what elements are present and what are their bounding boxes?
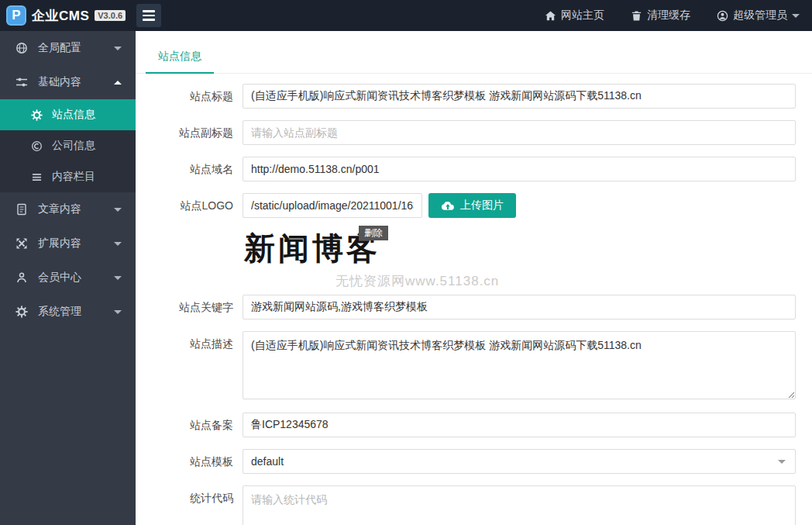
- site-subtitle-label: 站点副标题: [136, 120, 243, 145]
- sidebar: 全局配置 基础内容 站点信息: [0, 31, 136, 525]
- chevron-down-icon: [114, 276, 122, 280]
- chevron-down-icon: [114, 47, 122, 50]
- sidebar-item-basic-content[interactable]: 基础内容: [0, 65, 136, 99]
- site-home-label: 网站主页: [561, 9, 604, 22]
- site-description-textarea[interactable]: (自适应手机版)响应式新闻资讯技术博客织梦模板 游戏新闻网站源码下载51138.…: [243, 331, 796, 399]
- copyright-icon: [31, 140, 43, 152]
- watermark-text: 无忧资源网www.51138.cn: [335, 272, 569, 290]
- form-row: 站点LOGO 上传图片: [136, 193, 796, 218]
- app-window: P 企业CMS V3.0.6 网站主页 清理缓存 超级管理员: [0, 0, 812, 525]
- form-row: 站点域名: [136, 157, 796, 181]
- upload-image-button[interactable]: 上传图片: [428, 193, 516, 218]
- version-badge: V3.0.6: [95, 10, 126, 21]
- tab-site-info[interactable]: 站点信息: [146, 45, 214, 74]
- site-home-link[interactable]: 网站主页: [545, 9, 604, 22]
- sidebar-toggle-button[interactable]: [136, 4, 161, 27]
- site-logo-label: 站点LOGO: [136, 193, 243, 218]
- sidebar-item-site-info[interactable]: 站点信息: [0, 99, 136, 130]
- sidebar-item-label: 站点信息: [52, 108, 95, 122]
- site-icp-label: 站点备案: [136, 413, 243, 437]
- list-icon: [31, 171, 43, 183]
- gear-icon: [31, 109, 43, 121]
- topbar-menu: 网站主页 清理缓存 超级管理员: [545, 9, 812, 22]
- main-content: 站点信息 站点标题 站点副标题 站点域名: [136, 31, 812, 525]
- form-row: 站点标题: [136, 84, 796, 109]
- site-keywords-label: 站点关键字: [136, 295, 243, 319]
- sidebar-item-label: 全局配置: [38, 41, 104, 55]
- person-icon: [15, 271, 28, 284]
- hamburger-bar: [143, 15, 155, 16]
- upload-image-label: 上传图片: [460, 199, 504, 212]
- sidebar-item-label: 系统管理: [38, 305, 104, 319]
- site-icp-input[interactable]: [243, 413, 796, 437]
- chevron-up-icon: [114, 81, 122, 85]
- site-title-input[interactable]: [243, 84, 796, 109]
- home-icon: [545, 10, 556, 22]
- sidebar-item-label: 内容栏目: [52, 170, 95, 184]
- sidebar-item-global-config[interactable]: 全局配置: [0, 31, 136, 65]
- form-row: 站点副标题: [136, 120, 796, 145]
- topbar: P 企业CMS V3.0.6 网站主页 清理缓存 超级管理员: [0, 0, 812, 31]
- sidebar-item-company-info[interactable]: 公司信息: [0, 130, 136, 161]
- user-circle-icon: [717, 10, 728, 22]
- hamburger-bar: [143, 19, 155, 20]
- site-description-label: 站点描述: [136, 331, 243, 399]
- admin-user-menu[interactable]: 超级管理员: [717, 9, 800, 22]
- clear-cache-label: 清理缓存: [647, 9, 690, 22]
- site-stats-label: 统计代码: [136, 485, 243, 525]
- sidebar-item-label: 文章内容: [38, 202, 104, 216]
- site-info-form: 站点标题 站点副标题 站点域名 站点LOGO: [136, 74, 812, 525]
- sidebar-item-label: 基础内容: [38, 75, 104, 89]
- sidebar-item-label: 会员中心: [38, 271, 104, 285]
- sidebar-item-member-center[interactable]: 会员中心: [0, 261, 136, 295]
- sidebar-item-label: 扩展内容: [38, 237, 104, 250]
- site-keywords-input[interactable]: [243, 295, 796, 319]
- document-icon: [15, 203, 28, 216]
- brand[interactable]: P 企业CMS V3.0.6: [0, 5, 136, 26]
- form-row: 站点关键字: [136, 295, 796, 319]
- chevron-down-icon: [778, 460, 786, 464]
- clear-cache-link[interactable]: 清理缓存: [631, 9, 690, 22]
- chevron-down-icon: [114, 208, 122, 212]
- site-stats-textarea[interactable]: [243, 485, 796, 525]
- chevron-down-icon: [792, 14, 800, 18]
- brand-logo-icon: P: [6, 5, 26, 26]
- admin-user-label: 超级管理员: [733, 9, 787, 22]
- sidebar-item-system-management[interactable]: 系统管理: [0, 295, 136, 329]
- site-subtitle-input[interactable]: [243, 120, 796, 145]
- sidebar-submenu-basic-content: 站点信息 公司信息 内容栏目: [0, 99, 136, 192]
- tab-bar: 站点信息: [136, 45, 812, 74]
- site-title-label: 站点标题: [136, 84, 243, 109]
- trash-icon: [631, 10, 642, 22]
- brand-name: 企业CMS: [32, 7, 89, 25]
- form-row: 站点描述 (自适应手机版)响应式新闻资讯技术博客织梦模板 游戏新闻网站源码下载5…: [136, 331, 796, 399]
- cloud-upload-icon: [441, 200, 455, 212]
- globe-icon: [15, 42, 28, 54]
- sidebar-item-extended-content[interactable]: 扩展内容: [0, 226, 136, 261]
- form-row: 站点备案: [136, 413, 796, 437]
- site-domain-label: 站点域名: [136, 157, 243, 181]
- gear-icon: [15, 306, 28, 318]
- chevron-down-icon: [114, 242, 122, 246]
- site-template-label: 站点模板: [136, 449, 243, 474]
- sidebar-item-article-content[interactable]: 文章内容: [0, 192, 136, 226]
- delete-logo-button[interactable]: 删除: [359, 226, 388, 240]
- form-row: 统计代码: [136, 485, 796, 525]
- hamburger-bar: [143, 10, 155, 12]
- site-template-selected-value: default: [251, 455, 284, 468]
- site-domain-input[interactable]: [243, 157, 796, 181]
- form-row: 站点模板 default: [136, 449, 796, 474]
- site-logo-path-input[interactable]: [243, 193, 422, 218]
- sliders-icon: [15, 76, 28, 88]
- site-logo-preview: 删除 新闻博客 无忧资源网www.51138.cn: [244, 227, 569, 290]
- site-template-select[interactable]: default: [243, 449, 796, 474]
- site-logo-preview-image: 新闻博客: [244, 227, 569, 270]
- chevron-down-icon: [114, 310, 122, 314]
- sidebar-item-content-columns[interactable]: 内容栏目: [0, 161, 136, 192]
- arrows-out-icon: [15, 237, 28, 250]
- sidebar-item-label: 公司信息: [52, 139, 95, 153]
